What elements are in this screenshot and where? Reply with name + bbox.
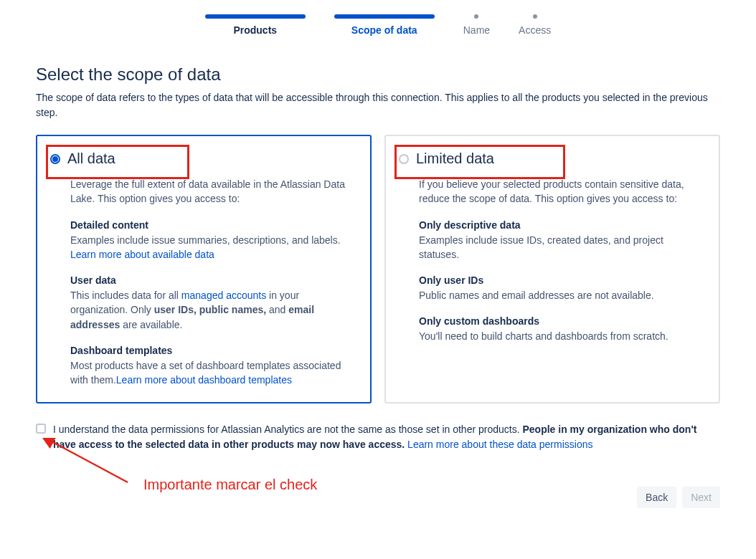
card-title: Limited data bbox=[416, 150, 494, 167]
option-limited-data[interactable]: Limited data If you believe your selecte… bbox=[384, 135, 720, 403]
card-header: Limited data bbox=[399, 150, 701, 167]
scope-options: All data Leverage the full extent of dat… bbox=[36, 135, 720, 403]
section-title: User data bbox=[70, 274, 353, 286]
acknowledgement-checkbox[interactable] bbox=[36, 424, 46, 434]
step-label: Name bbox=[463, 24, 490, 36]
section-desc: This includes data for all managed accou… bbox=[70, 288, 353, 332]
step-label: Access bbox=[519, 24, 551, 36]
section-title: Only descriptive data bbox=[419, 219, 701, 231]
wizard-footer: Back Next bbox=[36, 487, 720, 508]
text: This includes data for all bbox=[70, 290, 181, 301]
back-button[interactable]: Back bbox=[637, 487, 676, 508]
card-intro: Leverage the full extent of data availab… bbox=[70, 177, 353, 206]
annotation-label: Importante marcar el check bbox=[143, 477, 317, 493]
card-body: Leverage the full extent of data availab… bbox=[50, 177, 353, 388]
link-available-data[interactable]: Learn more about available data bbox=[70, 249, 214, 260]
step-products[interactable]: Products bbox=[205, 14, 306, 36]
section-title: Only custom dashboards bbox=[419, 315, 701, 327]
link-managed-accounts[interactable]: managed accounts bbox=[181, 290, 266, 301]
section-title: Detailed content bbox=[70, 219, 353, 231]
card-intro: If you believe your selected products co… bbox=[419, 177, 701, 206]
text: I understand the data permissions for At… bbox=[53, 424, 522, 435]
wizard-stepper: Products Scope of data Name Access bbox=[36, 14, 720, 36]
step-label: Products bbox=[233, 24, 277, 36]
next-button[interactable]: Next bbox=[682, 487, 720, 508]
card-header: All data bbox=[50, 150, 353, 167]
text: Examples include issue summaries, descri… bbox=[70, 234, 341, 246]
step-access[interactable]: Access bbox=[519, 14, 551, 36]
step-indicator-bar bbox=[205, 14, 306, 19]
acknowledgement-row: I understand the data permissions for At… bbox=[36, 422, 720, 452]
step-indicator-bar bbox=[334, 14, 435, 19]
section-title: Dashboard templates bbox=[70, 345, 353, 356]
link-data-permissions[interactable]: Learn more about these data permissions bbox=[407, 439, 592, 450]
step-scope-of-data[interactable]: Scope of data bbox=[334, 14, 435, 36]
section-desc: You'll need to build charts and dashboar… bbox=[419, 329, 701, 343]
link-dashboard-templates[interactable]: Learn more about dashboard templates bbox=[116, 374, 292, 386]
radio-limited-data[interactable] bbox=[399, 154, 409, 164]
card-body: If you believe your selected products co… bbox=[399, 177, 701, 344]
text: and bbox=[266, 304, 288, 315]
section-desc: Public names and email addresses are not… bbox=[419, 288, 701, 302]
acknowledgement-text: I understand the data permissions for At… bbox=[53, 422, 720, 452]
card-title: All data bbox=[67, 150, 115, 167]
step-label: Scope of data bbox=[351, 24, 417, 36]
section-desc: Examples include issue summaries, descri… bbox=[70, 233, 353, 262]
option-all-data[interactable]: All data Leverage the full extent of dat… bbox=[36, 135, 372, 403]
page-title: Select the scope of data bbox=[36, 64, 720, 85]
page-description: The scope of data refers to the types of… bbox=[36, 90, 720, 120]
radio-all-data[interactable] bbox=[50, 154, 60, 164]
text-bold: user IDs, public names, bbox=[154, 304, 266, 315]
section-desc: Most products have a set of dashboard te… bbox=[70, 358, 353, 388]
text: are available. bbox=[120, 319, 182, 330]
step-indicator-dot bbox=[533, 14, 537, 19]
step-name[interactable]: Name bbox=[463, 14, 490, 36]
section-title: Only user IDs bbox=[419, 274, 701, 286]
step-indicator-dot bbox=[474, 14, 478, 19]
section-desc: Examples include issue IDs, created date… bbox=[419, 233, 701, 262]
